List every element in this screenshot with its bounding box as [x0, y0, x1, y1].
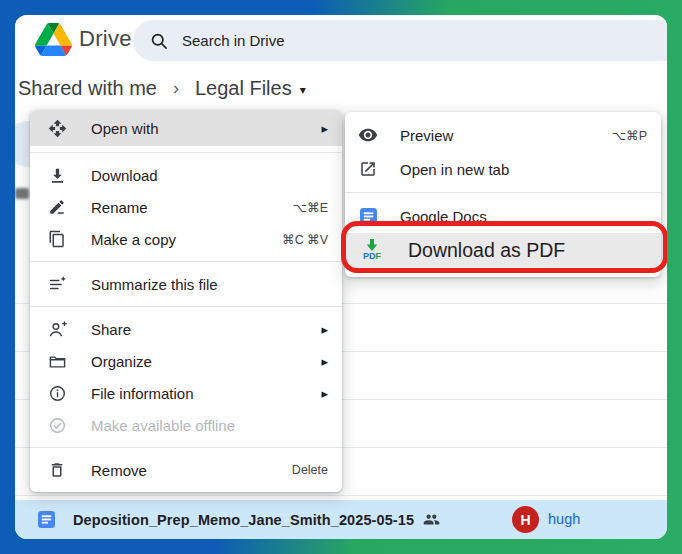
submenu-item-label: Download as PDF — [408, 239, 565, 262]
submenu-item-open-in-new-tab[interactable]: Open in new tab — [345, 152, 661, 186]
submenu-item-google-docs[interactable]: Google Docs — [345, 199, 661, 233]
selected-file-row[interactable]: Deposition_Prep_Memo_Jane_Smith_2025-05-… — [15, 500, 667, 539]
submenu-item-label: Open in new tab — [400, 161, 509, 178]
menu-item-summarize-this-file[interactable]: Summarize this file — [30, 268, 342, 300]
download-icon — [47, 165, 67, 185]
menu-divider — [30, 152, 342, 153]
file-list-row-divider — [15, 495, 667, 496]
search-icon — [149, 31, 169, 51]
menu-item-make-available-offline[interactable]: Make available offline — [30, 409, 342, 441]
app-title: Drive — [79, 26, 132, 52]
menu-item-label: Make a copy — [91, 231, 176, 248]
summarize-icon — [47, 274, 67, 294]
submenu-item-label: Preview — [400, 127, 453, 144]
menu-item-label: Organize — [91, 353, 152, 370]
shortcut-label: ⌥⌘P — [612, 128, 647, 143]
menu-item-rename[interactable]: Rename ⌥⌘E — [30, 191, 342, 223]
offline-icon — [47, 415, 67, 435]
submenu-arrow-icon: ▸ — [321, 354, 328, 369]
menu-item-label: Make available offline — [91, 417, 235, 434]
open-with-icon — [47, 118, 67, 138]
file-name: Deposition_Prep_Memo_Jane_Smith_2025-05-… — [73, 512, 414, 528]
people-icon — [423, 511, 440, 528]
menu-divider — [30, 261, 342, 262]
owner-name: hugh — [548, 511, 580, 527]
menu-item-label: Open with — [91, 120, 159, 137]
organize-icon — [47, 351, 67, 371]
menu-item-download[interactable]: Download — [30, 159, 342, 191]
menu-item-label: File information — [91, 385, 194, 402]
menu-divider — [30, 447, 342, 448]
breadcrumb-separator-icon: › — [173, 78, 195, 99]
menu-item-open-with[interactable]: Open with ▸ — [30, 110, 342, 146]
menu-item-label: Rename — [91, 199, 148, 216]
shortcut-label: Delete — [292, 463, 328, 477]
google-docs-icon — [358, 206, 378, 226]
breadcrumb-current-folder[interactable]: Legal Files — [195, 77, 300, 100]
menu-item-make-a-copy[interactable]: Make a copy ⌘C ⌘V — [30, 223, 342, 255]
menu-item-file-information[interactable]: File information ▸ — [30, 377, 342, 409]
submenu-item-label: Google Docs — [400, 208, 487, 225]
menu-divider — [345, 192, 661, 193]
share-icon — [47, 319, 67, 339]
shortcut-label: ⌥⌘E — [293, 200, 328, 215]
menu-item-remove[interactable]: Remove Delete — [30, 454, 342, 486]
open-with-submenu: Preview ⌥⌘P Open in new tab Google Docs — [345, 112, 661, 277]
open-in-new-tab-icon — [358, 159, 378, 179]
breadcrumb-shared-with-me[interactable]: Shared with me — [18, 77, 173, 100]
submenu-item-preview[interactable]: Preview ⌥⌘P — [345, 118, 661, 152]
menu-divider — [30, 306, 342, 307]
file-info-icon — [47, 383, 67, 403]
background-file-fragment — [15, 188, 29, 199]
submenu-arrow-icon: ▸ — [321, 386, 328, 401]
context-menu: Open with ▸ Download Rename ⌥⌘E Make a c… — [30, 110, 342, 492]
menu-item-label: Download — [91, 167, 158, 184]
owner-avatar[interactable]: H — [512, 506, 539, 533]
search-placeholder: Search in Drive — [182, 32, 285, 49]
menu-item-organize[interactable]: Organize ▸ — [30, 345, 342, 377]
drive-window: Drive Search in Drive Shared with me › L… — [15, 15, 667, 539]
header: Drive Search in Drive — [15, 15, 667, 65]
menu-item-label: Summarize this file — [91, 276, 218, 293]
breadcrumb: Shared with me › Legal Files ▾ — [18, 77, 306, 100]
submenu-arrow-icon: ▸ — [321, 121, 328, 136]
preview-icon — [358, 125, 378, 145]
remove-icon — [47, 460, 67, 480]
download-as-pdf-icon: PDF — [358, 235, 386, 265]
folder-dropdown-caret-icon[interactable]: ▾ — [300, 80, 306, 97]
annotation-frame: Drive Search in Drive Shared with me › L… — [0, 0, 682, 554]
menu-item-label: Remove — [91, 462, 147, 479]
submenu-item-download-as-pdf[interactable]: PDF Download as PDF — [345, 233, 661, 267]
search-input[interactable]: Search in Drive — [133, 20, 667, 61]
shortcut-label: ⌘C ⌘V — [282, 232, 328, 247]
google-docs-file-icon — [38, 511, 55, 528]
rename-icon — [47, 197, 67, 217]
copy-icon — [47, 229, 67, 249]
menu-item-share[interactable]: Share ▸ — [30, 313, 342, 345]
submenu-arrow-icon: ▸ — [321, 322, 328, 337]
google-drive-logo-icon — [35, 23, 72, 56]
menu-item-label: Share — [91, 321, 131, 338]
